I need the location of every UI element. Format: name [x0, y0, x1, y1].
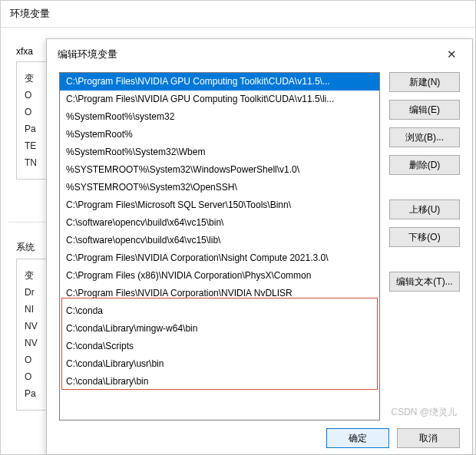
path-list-item[interactable]: C:\Program Files\NVIDIA GPU Computing To…: [60, 73, 379, 91]
path-list-item[interactable]: %SystemRoot%: [60, 126, 379, 143]
parent-dialog-title: 环境变量: [1, 1, 475, 28]
button-column: 新建(N) 编辑(E) 浏览(B)... 删除(D) 上移(U) 下移(O) 编…: [389, 72, 460, 420]
path-list-item[interactable]: %SystemRoot%\system32: [60, 108, 379, 126]
modal-body: C:\Program Files\NVIDIA GPU Computing To…: [47, 69, 472, 420]
path-list-item[interactable]: C:\Program Files\Microsoft SQL Server\15…: [60, 196, 379, 214]
path-list-item[interactable]: C:\conda: [60, 302, 379, 320]
path-list-item[interactable]: %SYSTEMROOT%\System32\WindowsPowerShell\…: [60, 161, 379, 179]
path-list-item[interactable]: C:\conda\Library\bin: [60, 373, 379, 391]
cancel-button[interactable]: 取消: [397, 428, 460, 448]
edit-text-button[interactable]: 编辑文本(T)...: [389, 272, 460, 292]
path-list-item[interactable]: %SYSTEMROOT%\System32\OpenSSH\: [60, 179, 379, 196]
path-listbox[interactable]: C:\Program Files\NVIDIA GPU Computing To…: [59, 72, 380, 420]
delete-button[interactable]: 删除(D): [389, 155, 460, 175]
path-list-item[interactable]: C:\Program Files\NVIDIA GPU Computing To…: [60, 91, 379, 108]
path-list-item[interactable]: C:\software\opencv\build\x64\vc15\bin\: [60, 214, 379, 232]
modal-footer: 确定 取消: [47, 420, 472, 454]
browse-button[interactable]: 浏览(B)...: [389, 127, 460, 147]
edit-env-var-dialog: 编辑环境变量 ✕ C:\Program Files\NVIDIA GPU Com…: [46, 38, 473, 455]
path-list-item[interactable]: C:\Program Files\NVIDIA Corporation\NVID…: [60, 285, 379, 302]
modal-title: 编辑环境变量: [58, 48, 117, 61]
close-icon[interactable]: ✕: [442, 47, 461, 61]
path-list-item[interactable]: C:\conda\Scripts: [60, 338, 379, 355]
path-list-item[interactable]: C:\conda\Library\mingw-w64\bin: [60, 320, 379, 338]
path-list-item[interactable]: C:\conda\Library\usr\bin: [60, 355, 379, 373]
new-button[interactable]: 新建(N): [389, 72, 460, 92]
modal-titlebar: 编辑环境变量 ✕: [47, 39, 472, 69]
ok-button[interactable]: 确定: [326, 428, 389, 448]
path-list-item[interactable]: %SystemRoot%\System32\Wbem: [60, 143, 379, 161]
path-list-item[interactable]: C:\Program Files (x86)\NVIDIA Corporatio…: [60, 267, 379, 285]
path-list-item[interactable]: C:\Program Files\NVIDIA Corporation\Nsig…: [60, 249, 379, 267]
edit-button[interactable]: 编辑(E): [389, 100, 460, 120]
path-list-item[interactable]: C:\software\opencv\build\x64\vc15\lib\: [60, 232, 379, 249]
move-up-button[interactable]: 上移(U): [389, 199, 460, 219]
move-down-button[interactable]: 下移(O): [389, 227, 460, 247]
